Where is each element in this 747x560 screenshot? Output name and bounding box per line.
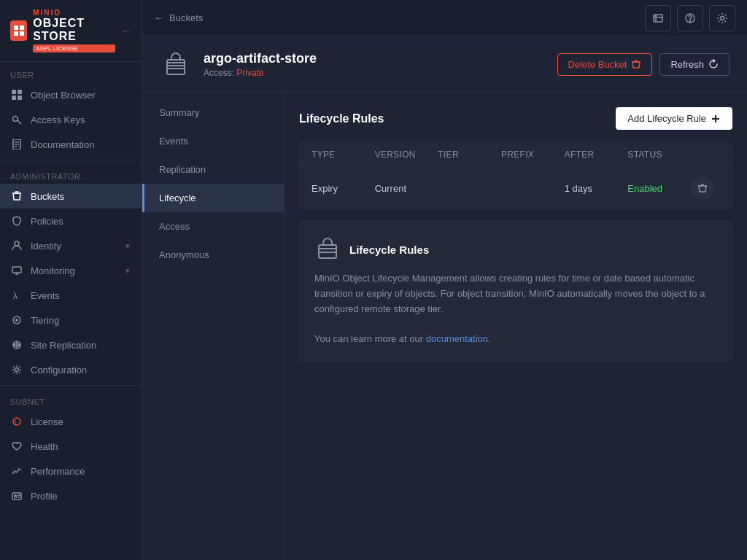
bucket-header-icon [160,48,192,80]
sidebar-item-documentation[interactable]: Documentation [0,132,142,157]
sub-nav-access[interactable]: Access [142,212,284,241]
doc-icon [10,138,23,151]
svg-point-28 [15,495,17,497]
lifecycle-info-icon [314,236,341,262]
add-rule-label: Add Lifecycle Rule [627,113,706,124]
svg-rect-2 [14,31,18,36]
health-icon [10,440,23,453]
sidebar-item-policies[interactable]: Policies [0,209,142,233]
bucket-name: argo-artifact-store [204,51,546,66]
breadcrumb[interactable]: Buckets [169,12,203,23]
content-area: Summary Events Replication Lifecycle Acc… [142,93,747,560]
topbar: ← Buckets [142,0,747,36]
lifecycle-rules-table: Type Version Tier Prefix After Status Ex… [299,141,732,209]
svg-point-15 [15,241,19,246]
delete-bucket-button[interactable]: Delete Bucket [557,53,653,76]
monitoring-label: Monitoring [31,265,117,276]
logo-text: MINIO OBJECT STORE AGPL LICENSE [33,9,115,52]
col-prefix: Prefix [501,149,565,160]
topbar-settings-button[interactable] [709,5,735,31]
sidebar-item-access-keys[interactable]: Access Keys [0,107,142,132]
breadcrumb-arrow: ← [154,12,163,23]
person-icon [10,239,23,252]
tier-icon [10,314,23,327]
sidebar-item-tiering[interactable]: Tiering [0,308,142,332]
sidebar-item-health[interactable]: Health [0,434,142,459]
buckets-label: Buckets [31,191,131,202]
events-label: Events [31,290,131,301]
topbar-storage-button[interactable] [645,5,671,31]
sub-nav-summary[interactable]: Summary [142,98,284,127]
admin-section-label: Administrator [0,163,142,184]
sub-nav-lifecycle[interactable]: Lifecycle [142,184,284,212]
sub-nav-anonymous[interactable]: Anonymous [142,241,284,269]
add-lifecycle-rule-button[interactable]: Add Lifecycle Rule [616,107,732,130]
sidebar-item-site-replication[interactable]: Site Replication [0,332,142,357]
bucket-header: argo-artifact-store Access: Private Dele… [142,36,747,93]
documentation-link[interactable]: documentation [426,333,488,344]
svg-rect-6 [12,96,16,100]
monitoring-chevron: ▼ [124,267,131,275]
topbar-actions [645,5,735,31]
refresh-button[interactable]: Refresh [659,53,729,76]
cell-delete [691,176,720,200]
col-tier: Tier [438,149,501,160]
sidebar-item-configuration[interactable]: Configuration [0,357,142,382]
sidebar-item-identity[interactable]: Identity ▼ [0,233,142,258]
svg-rect-1 [20,26,24,30]
svg-point-34 [655,19,657,20]
info-text-1: MinIO Object Lifecycle Management allows… [314,273,705,314]
monitor-icon [10,264,23,277]
policies-label: Policies [31,216,131,227]
delete-bucket-label: Delete Bucket [568,59,627,70]
logo-icon [10,20,27,41]
svg-point-37 [721,16,724,20]
svg-point-24 [15,368,19,372]
cell-after: 1 days [565,183,628,194]
bucket-info: argo-artifact-store Access: Private [204,51,546,78]
config-icon [10,363,23,376]
logo-license: AGPL LICENSE [33,44,115,52]
sidebar-item-performance[interactable]: Performance [0,459,142,483]
sidebar-item-object-browser[interactable]: Object Browser [0,82,142,107]
col-version: Version [375,149,438,160]
delete-rule-button[interactable] [691,176,714,200]
sidebar-item-profile[interactable]: Profile [0,483,142,508]
shield-icon [10,214,23,228]
replication-icon [10,338,23,351]
sidebar-item-monitoring[interactable]: Monitoring ▼ [0,258,142,283]
topbar-help-button[interactable] [677,5,703,31]
logo-area: MINIO OBJECT STORE AGPL LICENSE ← [0,0,142,62]
svg-line-9 [18,120,22,125]
access-keys-label: Access Keys [31,114,131,125]
sidebar-item-license[interactable]: ! License [0,409,142,434]
svg-text:!: ! [15,419,17,426]
lifecycle-info-box: Lifecycle Rules MinIO Object Lifecycle M… [299,221,732,362]
documentation-label: Documentation [31,139,131,150]
sub-nav-replication[interactable]: Replication [142,155,284,184]
svg-rect-0 [14,26,18,30]
bucket-actions: Delete Bucket Refresh [557,53,729,76]
logo-minio: MINIO [33,9,115,17]
performance-label: Performance [31,466,131,477]
lifecycle-header: Lifecycle Rules Add Lifecycle Rule [299,107,732,130]
lifecycle-panel: Lifecycle Rules Add Lifecycle Rule Type … [285,93,747,560]
info-box-header: Lifecycle Rules [314,236,717,262]
license-label: License [31,416,131,427]
cell-version: Current [375,183,438,194]
sidebar-item-events[interactable]: λ Events [0,283,142,308]
svg-point-36 [689,20,690,21]
col-type: Type [311,149,375,160]
main-content: ← Buckets [142,0,747,560]
sub-nav-events[interactable]: Events [142,127,284,155]
subnet-section-label: Subnet [0,389,142,409]
table-header: Type Version Tier Prefix After Status [300,142,732,168]
bucket-icon [10,190,23,203]
grid-icon [10,88,23,101]
bucket-access: Access: Private [204,68,546,78]
sub-navigation: Summary Events Replication Lifecycle Acc… [142,93,285,560]
sidebar-item-buckets[interactable]: Buckets [0,184,142,209]
collapse-button[interactable]: ← [121,25,131,36]
profile-label: Profile [31,491,131,502]
cell-type: Expiry [311,183,375,194]
